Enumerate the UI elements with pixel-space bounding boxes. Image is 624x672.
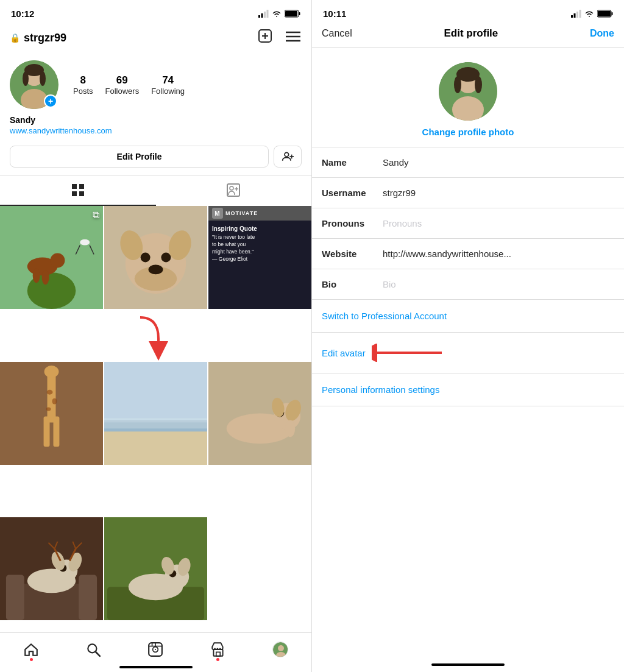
edit-avatar-row: Edit avatar [312, 333, 624, 373]
following-label: Following [151, 87, 185, 96]
photo-cell-4[interactable] [0, 362, 103, 465]
photo-cell-7[interactable] [0, 517, 103, 620]
home-bar-right [431, 663, 505, 666]
cancel-button[interactable]: Cancel [322, 28, 352, 39]
posts-stat: 8 Posts [73, 74, 93, 96]
signal-icon [258, 10, 269, 18]
photo-grid: ⧉ [0, 206, 311, 672]
add-person-button[interactable] [274, 146, 302, 168]
profile-name: Sandy [10, 115, 302, 125]
profile-link[interactable]: www.sandywrittenhouse.com [10, 126, 112, 135]
edit-avatar-link[interactable]: Edit avatar [322, 348, 366, 358]
status-time-right: 10:11 [323, 9, 346, 19]
nav-profile[interactable] [268, 639, 293, 660]
username-value[interactable]: strgzr99 [383, 188, 614, 198]
svg-rect-111 [612, 12, 613, 15]
svg-point-53 [47, 389, 53, 394]
svg-point-43 [141, 253, 151, 263]
add-post-button[interactable] [257, 27, 274, 48]
svg-rect-58 [104, 419, 207, 428]
motivate-text: Inspiring Quote "It is never too lateto … [208, 221, 311, 268]
svg-rect-2 [264, 12, 266, 18]
svg-rect-59 [104, 431, 207, 465]
website-label: Website [322, 249, 383, 259]
svg-rect-71 [79, 575, 97, 621]
svg-point-67 [285, 420, 295, 437]
tab-tagged[interactable] [156, 175, 312, 206]
battery-icon-right [597, 10, 613, 18]
edit-profile-avatar[interactable] [439, 62, 497, 121]
username-label: Username [322, 188, 383, 198]
nav-search[interactable] [80, 639, 106, 660]
bio-label: Bio [322, 279, 383, 289]
name-label: Name [322, 157, 383, 168]
battery-icon [285, 10, 300, 18]
svg-line-93 [96, 652, 100, 656]
status-bar-left: 10:12 [0, 0, 311, 23]
profile-section: + 8 Posts 69 Followers 74 Following [0, 54, 311, 114]
right-arrow-svg [372, 344, 445, 362]
svg-rect-23 [72, 184, 77, 189]
done-button[interactable]: Done [590, 28, 614, 39]
followers-count: 69 [116, 74, 128, 87]
profile-info: Sandy www.sandywrittenhouse.com [0, 114, 311, 141]
wifi-icon [272, 10, 282, 18]
status-icons-right [571, 10, 613, 18]
photo-cell-8[interactable] [104, 517, 207, 620]
nav-shop[interactable] [205, 639, 231, 660]
red-arrow-left [122, 314, 171, 366]
username-field: Username strgzr99 [312, 178, 624, 208]
posts-label: Posts [73, 87, 93, 96]
svg-rect-105 [571, 15, 573, 18]
svg-point-20 [285, 152, 289, 157]
switch-pro-link[interactable]: Switch to Professional Account [312, 300, 624, 333]
photo-cell-1[interactable]: ⧉ [0, 206, 103, 309]
tab-grid[interactable] [0, 175, 156, 206]
posts-count: 8 [80, 74, 86, 87]
pronouns-placeholder[interactable]: Pronouns [383, 218, 614, 228]
status-time-left: 10:12 [11, 9, 34, 19]
bio-placeholder[interactable]: Bio [383, 279, 614, 289]
svg-rect-0 [258, 15, 260, 18]
followers-stat[interactable]: 69 Followers [105, 74, 140, 96]
shop-icon [210, 642, 226, 657]
change-photo-button[interactable]: Change profile photo [422, 127, 514, 137]
nav-home[interactable] [18, 639, 44, 660]
svg-point-96 [155, 649, 156, 650]
website-value[interactable]: http://www.sandywrittenhouse... [383, 249, 553, 259]
lock-icon: 🔒 [10, 33, 20, 43]
nav-reels[interactable] [143, 639, 168, 660]
name-field: Name Sandy [312, 147, 624, 178]
svg-point-50 [44, 366, 59, 378]
photo-cell-6[interactable] [208, 362, 311, 465]
home-bar-left [119, 666, 193, 668]
photo-cell-3[interactable]: M MOTIVATE Inspiring Quote "It is never … [208, 206, 311, 309]
svg-point-90 [130, 584, 145, 594]
profile-photo-section: Change profile photo [312, 48, 624, 147]
menu-button[interactable] [285, 29, 302, 47]
svg-rect-1 [261, 13, 263, 18]
svg-rect-106 [574, 13, 576, 18]
svg-rect-110 [598, 11, 611, 16]
svg-point-91 [146, 585, 160, 595]
svg-point-55 [46, 407, 51, 411]
name-value[interactable]: Sandy [383, 157, 614, 168]
svg-point-18 [23, 71, 29, 86]
svg-rect-52 [53, 416, 59, 447]
svg-point-54 [52, 398, 57, 404]
following-stat[interactable]: 74 Following [151, 74, 185, 96]
header-right: Cancel Edit profile Done [312, 23, 624, 48]
nav-profile-avatar [272, 642, 288, 657]
edit-profile-button[interactable]: Edit Profile [10, 146, 269, 168]
svg-rect-100 [213, 649, 222, 656]
photo-cell-5[interactable] [104, 362, 207, 465]
person-tag-icon [226, 183, 241, 197]
reels-icon [147, 642, 163, 657]
add-story-button[interactable]: + [44, 94, 57, 108]
svg-point-28 [230, 186, 233, 190]
svg-rect-25 [72, 191, 77, 196]
personal-info-link[interactable]: Personal information settings [312, 373, 624, 406]
red-arrow-right [372, 344, 445, 362]
svg-point-45 [149, 264, 163, 274]
photo-cell-2[interactable] [104, 206, 207, 309]
